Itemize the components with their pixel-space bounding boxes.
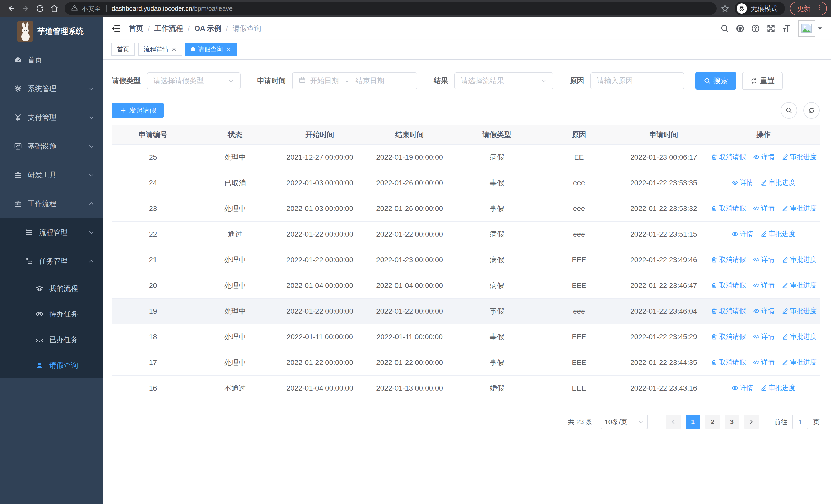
col-leave-type: 请假类型 — [456, 125, 538, 145]
detail-action-link[interactable]: 详情 — [732, 230, 753, 238]
sidebar-item-task-mgmt[interactable]: 任务管理 — [0, 247, 103, 276]
help-icon[interactable] — [748, 21, 763, 36]
tab-leave-query[interactable]: 请假查询 — [185, 42, 237, 56]
sidebar-item-devtools[interactable]: 研发工具 — [0, 161, 103, 189]
next-page-button[interactable] — [744, 415, 758, 429]
trash-icon — [711, 256, 718, 263]
cancel-leave-action-link[interactable]: 取消请假 — [711, 152, 746, 161]
search-icon[interactable] — [717, 21, 733, 36]
create-leave-button[interactable]: 发起请假 — [112, 102, 164, 118]
refresh-table-button[interactable] — [803, 102, 820, 119]
approval-progress-action-link[interactable]: 审批进度 — [782, 255, 816, 264]
reset-button[interactable]: 重置 — [742, 72, 783, 90]
table-cell: 2022-01-22 00:00:00 — [276, 298, 364, 324]
home-icon[interactable] — [47, 1, 62, 16]
trash-icon — [711, 154, 718, 160]
breadcrumb-current: 请假查询 — [232, 24, 261, 33]
detail-action-link[interactable]: 详情 — [753, 255, 775, 264]
cancel-leave-action-link[interactable]: 取消请假 — [711, 358, 746, 367]
detail-action-link[interactable]: 详情 — [753, 332, 775, 341]
detail-action-link[interactable]: 详情 — [732, 178, 753, 187]
table-cell: 病假 — [456, 273, 538, 298]
close-icon[interactable] — [226, 47, 231, 52]
table-cell: 病假 — [456, 145, 538, 170]
forward-icon[interactable] — [19, 1, 33, 16]
update-pill[interactable]: 更新 — [790, 2, 827, 16]
sidebar-item-infra[interactable]: 基础设施 — [0, 132, 103, 161]
detail-action-link[interactable]: 详情 — [753, 306, 775, 316]
reason-input[interactable]: 请输入原因 — [590, 72, 684, 89]
approval-progress-action-link[interactable]: 审批进度 — [782, 204, 816, 213]
avatar[interactable] — [798, 20, 815, 37]
sidebar-item-system[interactable]: 系统管理 — [0, 75, 103, 103]
trash-icon — [711, 308, 718, 314]
search-button[interactable]: 搜索 — [695, 72, 736, 90]
chevron-down-icon — [228, 78, 234, 84]
detail-action-link[interactable]: 详情 — [753, 152, 775, 161]
approval-progress-action-link[interactable]: 审批进度 — [761, 178, 795, 187]
table-cell: 2022-01-03 00:00:00 — [276, 196, 364, 221]
page-button-2[interactable]: 2 — [705, 415, 720, 429]
tab-home[interactable]: 首页 — [111, 42, 135, 56]
address-bar[interactable]: 不安全 dashboard.yudao.iocoder.cn/bpm/oa/le… — [65, 2, 717, 15]
cancel-leave-action-link[interactable]: 取消请假 — [711, 306, 746, 316]
detail-action-link[interactable]: 详情 — [753, 204, 775, 213]
edit-icon — [782, 333, 789, 340]
toggle-search-button[interactable] — [781, 102, 797, 119]
sidebar-item-todo-tasks[interactable]: 待办任务 — [0, 301, 103, 327]
table-cell: 2022-01-23 00:06:17 — [620, 145, 707, 170]
reset-button-label: 重置 — [760, 76, 775, 86]
approval-progress-action-link[interactable]: 审批进度 — [782, 358, 816, 367]
bookmark-star-icon[interactable] — [721, 4, 729, 13]
github-icon[interactable] — [733, 21, 748, 36]
edit-icon — [782, 205, 789, 212]
sidebar-item-process-mgmt[interactable]: 流程管理 — [0, 218, 103, 247]
detail-action-link[interactable]: 详情 — [732, 383, 753, 392]
detail-action-link[interactable]: 详情 — [753, 358, 775, 367]
sidebar-item-my-process[interactable]: 我的流程 — [0, 276, 103, 301]
gear-icon — [14, 85, 22, 93]
sidebar-item-label: 工作流程 — [28, 199, 56, 209]
cancel-leave-action-link[interactable]: 取消请假 — [711, 204, 746, 213]
tab-process-detail[interactable]: 流程详情 — [138, 42, 182, 56]
approval-progress-action-link[interactable]: 审批进度 — [782, 306, 816, 316]
back-icon[interactable] — [4, 1, 19, 16]
sidebar-item-label: 系统管理 — [28, 84, 56, 94]
approval-progress-action-link[interactable]: 审批进度 — [782, 152, 816, 161]
cancel-leave-action-link[interactable]: 取消请假 — [711, 255, 746, 264]
leave-type-select[interactable]: 请选择请假类型 — [147, 72, 241, 89]
approval-progress-action-link[interactable]: 审批进度 — [761, 383, 795, 392]
cancel-leave-action-link[interactable]: 取消请假 — [711, 281, 746, 290]
sidebar-item-home[interactable]: 首页 — [0, 46, 103, 75]
cancel-leave-action-link[interactable]: 取消请假 — [711, 332, 746, 341]
page-button-1[interactable]: 1 — [686, 415, 700, 429]
breadcrumb-home[interactable]: 首页 — [129, 24, 143, 33]
menu-dots-icon[interactable] — [815, 4, 823, 13]
sidebar-item-workflow[interactable]: 工作流程 — [0, 189, 103, 218]
tags-view: 首页 流程详情 请假查询 — [103, 40, 831, 60]
goto-page-input[interactable]: 1 — [792, 415, 808, 429]
approval-progress-action-link[interactable]: 审批进度 — [782, 281, 816, 290]
caret-down-icon[interactable] — [817, 26, 823, 31]
page-size-select[interactable]: 10条/页 — [601, 415, 648, 429]
sidebar-item-done-tasks[interactable]: 已办任务 — [0, 327, 103, 353]
approval-progress-action-link[interactable]: 审批进度 — [782, 332, 816, 341]
reload-icon[interactable] — [33, 1, 47, 16]
fullscreen-icon[interactable] — [763, 21, 779, 36]
result-select[interactable]: 请选择流结果 — [454, 72, 553, 89]
app-logo[interactable]: 芋道管理系统 — [0, 17, 103, 46]
apply-time-range-picker[interactable]: 开始日期 - 结束日期 — [292, 72, 417, 89]
page-button-3[interactable]: 3 — [725, 415, 739, 429]
close-icon[interactable] — [171, 47, 177, 52]
sidebar-item-pay[interactable]: 支付管理 — [0, 103, 103, 132]
approval-progress-action-link[interactable]: 审批进度 — [761, 230, 795, 238]
sidebar-item-leave-query[interactable]: 请假查询 — [0, 353, 103, 378]
table-cell: 处理中 — [194, 298, 276, 324]
detail-action-link[interactable]: 详情 — [753, 281, 775, 290]
prev-page-button[interactable] — [666, 415, 681, 429]
sidebar-fold-icon[interactable] — [111, 24, 121, 33]
breadcrumb-oa-example[interactable]: OA 示例 — [195, 24, 222, 33]
breadcrumb-workflow[interactable]: 工作流程 — [154, 24, 183, 33]
tab-label: 请假查询 — [198, 45, 223, 53]
font-size-icon[interactable] — [779, 21, 794, 36]
